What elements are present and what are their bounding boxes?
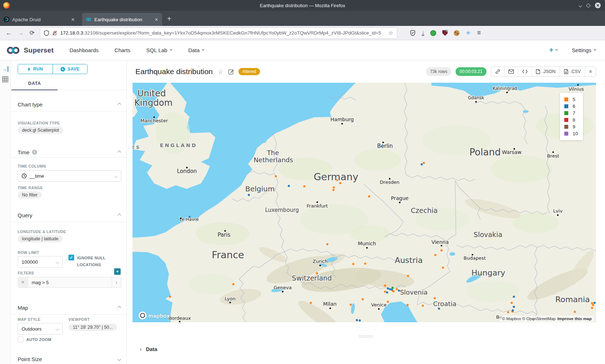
section-map[interactable]: Map (18, 302, 121, 313)
filter-chip[interactable]: ✕ mag > 5 › (18, 277, 121, 288)
superset-navbar: Superset Dashboards Charts SQL Lab Data … (0, 40, 605, 60)
copy-link-button[interactable] (491, 67, 504, 76)
tab-data[interactable]: DATA (12, 77, 58, 90)
caret-down-icon (555, 49, 558, 51)
improve-map-link[interactable]: Improve this map (557, 317, 592, 321)
svg-text:Switzerland: Switzerland (292, 274, 332, 282)
insecure-lock-icon[interactable] (52, 30, 57, 36)
nav-data[interactable]: Data (188, 47, 205, 53)
export-json-button[interactable]: .JSON (532, 67, 560, 76)
window-maximize-icon[interactable] (586, 3, 591, 8)
chevron-right-icon: › (140, 346, 142, 352)
viewport-value[interactable]: 11° 28' 29.70" | 50... (68, 324, 117, 331)
chevron-down-icon (56, 260, 59, 264)
url-path: :32108/superset/explore/?form_data_key=1… (83, 30, 386, 36)
browser-menu-icon[interactable]: ≡ (477, 29, 481, 37)
bookmark-star-icon[interactable]: ☆ (389, 30, 393, 36)
favorite-star-icon[interactable]: ☆ (218, 68, 223, 76)
viz-type-value[interactable]: deck.gl Scatterplot (18, 127, 63, 134)
svg-text:Luxembourg: Luxembourg (265, 207, 299, 213)
tab-earthquake-distribution[interactable]: Earthquake distribution ✕ (82, 13, 162, 26)
back-button[interactable]: ← (6, 29, 12, 37)
svg-text:Manchester: Manchester (140, 118, 168, 123)
superset-infinity-icon (6, 46, 21, 55)
nav-dashboards[interactable]: Dashboards (70, 47, 99, 53)
reload-button[interactable]: ⟳ (30, 29, 35, 37)
caret-down-icon (202, 49, 205, 51)
svg-text:Venice: Venice (371, 302, 387, 308)
legend-item: 8 (564, 117, 578, 123)
section-chart-type[interactable]: Chart type (18, 99, 121, 110)
url-field[interactable]: 172.18.0.3:32108/superset/explore/?form_… (40, 28, 397, 38)
new-item-button[interactable]: + (549, 46, 558, 54)
svg-text:Geneva: Geneva (274, 285, 292, 290)
window-close-icon[interactable]: ✕ (595, 3, 601, 8)
superset-logo[interactable]: Superset (6, 46, 54, 55)
svg-text:Lyon: Lyon (225, 296, 236, 301)
section-point-size[interactable]: Point Size (18, 354, 121, 364)
forward-button[interactable]: → (18, 29, 24, 37)
svg-text:Czechia: Czechia (411, 206, 438, 214)
run-button[interactable]: RUN (18, 64, 53, 74)
legend-item: 9 (564, 123, 578, 130)
svg-text:Romania: Romania (555, 295, 590, 304)
time-range-value[interactable]: No filter (18, 191, 42, 199)
svg-text:Slovenia: Slovenia (400, 288, 428, 296)
attribution-text[interactable]: © Mapbox © OpenStreetMap (502, 317, 556, 321)
remove-filter-icon[interactable]: ✕ (18, 277, 28, 287)
checkbox-checked-icon[interactable]: ✓ (68, 255, 74, 260)
checkbox-unchecked-icon[interactable] (18, 337, 23, 342)
section-query[interactable]: Query (18, 210, 121, 220)
save-button[interactable]: + SAVE (53, 64, 88, 74)
cookie-extension-icon[interactable] (454, 30, 460, 36)
dataset-grid-icon[interactable] (2, 76, 8, 82)
window-titlebar: Earthquake distribution — Mozilla Firefo… (0, 0, 605, 11)
svg-text:Vienna: Vienna (431, 239, 449, 245)
svg-text:ENGLAND: ENGLAND (160, 142, 197, 148)
section-time[interactable]: Time i (18, 147, 121, 158)
expand-panel-icon[interactable]: → (2, 66, 8, 72)
collapsed-datasource-rail: → (0, 60, 11, 364)
new-tab-button[interactable]: + (167, 15, 171, 23)
chart-menu-button[interactable]: ≡ (585, 67, 596, 76)
browser-tab-bar: Apache Druid ✕ Earthquake distribution ✕… (0, 11, 605, 26)
settings-menu[interactable]: Settings (572, 47, 596, 53)
svg-text:Slovakia: Slovakia (474, 231, 502, 238)
auto-zoom-checkbox[interactable]: AUTO ZOOM (18, 337, 51, 342)
mapbox-logo[interactable]: mapbox (139, 311, 170, 319)
data-panel-toggle[interactable]: › Data (127, 342, 605, 357)
downloads-icon[interactable]: ↓ (422, 30, 424, 36)
magnitude-legend: 5678910 (560, 93, 583, 140)
embed-code-button[interactable] (518, 67, 532, 76)
resize-handle[interactable] (359, 335, 373, 338)
lonlat-label: LONGITUDE & LATITUDE (18, 229, 66, 234)
pocket-shield-icon[interactable] (410, 30, 416, 36)
svg-text:Kaliningrad: Kaliningrad (493, 86, 517, 91)
edit-properties-icon[interactable] (228, 69, 234, 74)
time-column-select[interactable]: __time (18, 170, 121, 182)
tab-close-icon[interactable]: ✕ (154, 17, 158, 22)
export-csv-button[interactable]: .CSV (560, 67, 585, 76)
tracking-protection-shield-icon[interactable] (44, 30, 49, 36)
tab-apache-druid[interactable]: Apache Druid ✕ (0, 13, 79, 26)
nav-sql-lab[interactable]: SQL Lab (146, 47, 172, 53)
deckgl-map[interactable]: UnitedKingdomENGLANDESFranceGermanyPolan… (133, 83, 596, 322)
tab-close-icon[interactable]: ✕ (71, 17, 75, 22)
nav-charts[interactable]: Charts (115, 47, 130, 53)
add-filter-button[interactable]: + (114, 268, 121, 275)
lonlat-value[interactable]: longitude | latitude (18, 235, 63, 242)
extension-green-icon[interactable] (430, 30, 436, 36)
info-icon: i (32, 150, 37, 155)
map-style-select[interactable]: Outdoors (18, 323, 63, 335)
filter-expand-icon[interactable]: › (112, 277, 121, 287)
svg-text:London: London (177, 168, 197, 174)
email-button[interactable] (504, 67, 518, 76)
window-minimize-icon[interactable] (579, 4, 582, 7)
chevron-up-icon (118, 213, 121, 217)
extension-pinwheel-icon[interactable]: ✳ (466, 29, 470, 36)
ignore-null-checkbox[interactable]: ✓ IGNORE NULL LOCATIONS (68, 255, 119, 268)
ublock-origin-icon[interactable]: 2 (442, 30, 448, 36)
row-limit-select[interactable]: 100000 (18, 256, 63, 268)
svg-text:Zurich: Zurich (313, 259, 328, 264)
chart-title: Earthquake distribution (135, 67, 213, 76)
